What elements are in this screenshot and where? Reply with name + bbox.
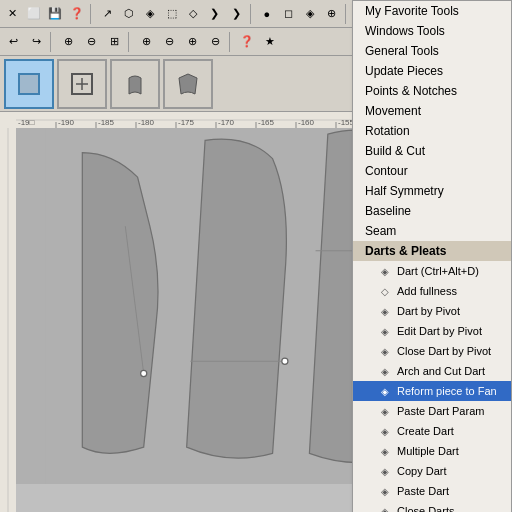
svg-text:-190: -190 [58, 118, 75, 127]
menu-item-points-notches[interactable]: Points & Notches [353, 81, 511, 101]
close-darts-icon: ◈ [377, 503, 393, 512]
menu-item-seam[interactable]: Seam [353, 221, 511, 241]
menu-item-darts-pleats[interactable]: Darts & Pleats [353, 241, 511, 261]
submenu-multiple-dart[interactable]: ◈ Multiple Dart [353, 441, 511, 461]
sep3 [345, 4, 349, 24]
zoom-out-icon[interactable]: ⊖ [80, 31, 102, 53]
tool7-icon[interactable]: ❯ [226, 3, 247, 25]
svg-text:-160: -160 [298, 118, 315, 127]
star-icon[interactable]: ★ [259, 31, 281, 53]
rect-icon[interactable]: ◻ [278, 3, 299, 25]
sep5 [50, 32, 54, 52]
tb2-7[interactable]: ⊕ [135, 31, 157, 53]
plus-icon[interactable]: ⊕ [321, 3, 342, 25]
svg-text:-19□: -19□ [18, 118, 35, 127]
sep6 [128, 32, 132, 52]
multiple-dart-icon: ◈ [377, 443, 393, 459]
new-icon[interactable]: ✕ [2, 3, 23, 25]
sep1 [90, 4, 94, 24]
edit-dart-icon: ◈ [377, 323, 393, 339]
dart-pivot-icon: ◈ [377, 303, 393, 319]
arch-cut-icon: ◈ [377, 363, 393, 379]
zoom-in-icon[interactable]: ⊕ [57, 31, 79, 53]
submenu-paste-dart[interactable]: ◈ Paste Dart [353, 481, 511, 501]
create-dart-icon: ◈ [377, 423, 393, 439]
menu-item-movement[interactable]: Movement [353, 101, 511, 121]
submenu-close-darts[interactable]: ◈ Close Darts [353, 501, 511, 512]
tool3-icon[interactable]: ◈ [140, 3, 161, 25]
submenu-dart[interactable]: ◈ Dart (Ctrl+Alt+D) [353, 261, 511, 281]
tool4-icon[interactable]: ⬚ [162, 3, 183, 25]
tool5-icon[interactable]: ◇ [183, 3, 204, 25]
menu-item-windows-tools[interactable]: Windows Tools [353, 21, 511, 41]
help-icon[interactable]: ❓ [67, 3, 88, 25]
tool6-icon[interactable]: ❯ [205, 3, 226, 25]
submenu-close-dart-pivot[interactable]: ◈ Close Dart by Pivot [353, 341, 511, 361]
submenu-create-dart[interactable]: ◈ Create Dart [353, 421, 511, 441]
svg-point-24 [141, 370, 147, 376]
submenu-add-fullness[interactable]: ◇ Add fullness [353, 281, 511, 301]
submenu-edit-dart-pivot[interactable]: ◈ Edit Dart by Pivot [353, 321, 511, 341]
diamond-icon[interactable]: ◈ [300, 3, 321, 25]
dropdown-menu: My Favorite Tools Windows Tools General … [352, 0, 512, 512]
question2-icon[interactable]: ❓ [236, 31, 258, 53]
copy-dart-icon: ◈ [377, 463, 393, 479]
tb2-2[interactable]: ↪ [25, 31, 47, 53]
pattern-tool-1[interactable] [110, 59, 160, 109]
close-dart-icon: ◈ [377, 343, 393, 359]
paste-dart-icon: ◈ [377, 483, 393, 499]
dart-icon: ◈ [377, 263, 393, 279]
svg-text:-165: -165 [258, 118, 275, 127]
tb2-8[interactable]: ⊖ [158, 31, 180, 53]
menu-item-half-symmetry[interactable]: Half Symmetry [353, 181, 511, 201]
menu-item-my-favorites[interactable]: My Favorite Tools [353, 1, 511, 21]
arrow-icon[interactable]: ↗ [97, 3, 118, 25]
submenu-paste-dart-param[interactable]: ◈ Paste Dart Param [353, 401, 511, 421]
save-icon[interactable]: 💾 [45, 3, 66, 25]
submenu-copy-dart[interactable]: ◈ Copy Dart [353, 461, 511, 481]
pattern-tool-2[interactable] [163, 59, 213, 109]
svg-rect-0 [19, 74, 39, 94]
submenu-dart-by-pivot[interactable]: ◈ Dart by Pivot [353, 301, 511, 321]
ruler-vertical [0, 128, 16, 484]
svg-text:-180: -180 [138, 118, 155, 127]
fit-icon[interactable]: ⊞ [103, 31, 125, 53]
menu-item-build-cut[interactable]: Build & Cut [353, 141, 511, 161]
paste-dart-param-icon: ◈ [377, 403, 393, 419]
svg-text:-170: -170 [218, 118, 235, 127]
select-tool[interactable] [4, 59, 54, 109]
submenu-arch-cut-dart[interactable]: ◈ Arch and Cut Dart [353, 361, 511, 381]
reform-fan-icon: ◈ [377, 383, 393, 399]
tb2-1[interactable]: ↩ [2, 31, 24, 53]
submenu-reform-fan[interactable]: ◈ Reform piece to Fan [353, 381, 511, 401]
circle-icon[interactable]: ● [257, 3, 278, 25]
tb2-10[interactable]: ⊖ [204, 31, 226, 53]
sep2 [250, 4, 254, 24]
tool2-icon[interactable]: ⬡ [119, 3, 140, 25]
svg-text:-185: -185 [98, 118, 115, 127]
svg-text:-175: -175 [178, 118, 195, 127]
menu-item-baseline[interactable]: Baseline [353, 201, 511, 221]
open-icon[interactable]: ⬜ [24, 3, 45, 25]
menu-item-contour[interactable]: Contour [353, 161, 511, 181]
menu-item-rotation[interactable]: Rotation [353, 121, 511, 141]
svg-point-26 [282, 358, 288, 364]
rotate-tool[interactable] [57, 59, 107, 109]
sep7 [229, 32, 233, 52]
menu-item-update-pieces[interactable]: Update Pieces [353, 61, 511, 81]
tb2-9[interactable]: ⊕ [181, 31, 203, 53]
add-fullness-icon: ◇ [377, 283, 393, 299]
menu-item-general-tools[interactable]: General Tools [353, 41, 511, 61]
